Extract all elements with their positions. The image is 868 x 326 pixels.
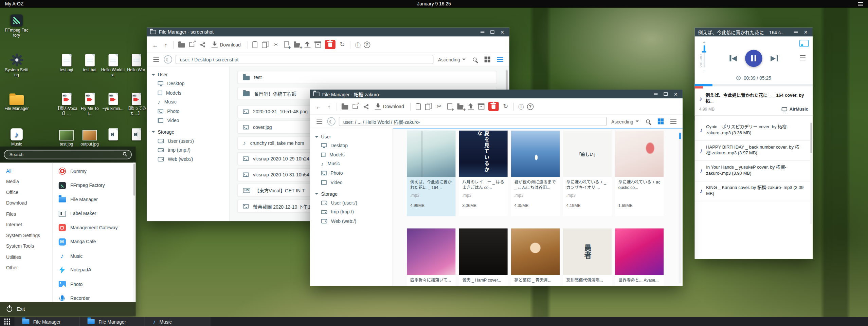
paste-button[interactable] <box>413 102 423 111</box>
file-row[interactable]: test <box>237 71 497 84</box>
desktop-file-hello-world-txt[interactable]: Hello World.txt <box>101 52 125 77</box>
scrollbar[interactable] <box>810 122 812 224</box>
file-card[interactable]: 君が夜の海に還るまで _ こんにちは谷田....mp34.35MB <box>511 131 560 216</box>
archive-button[interactable] <box>476 102 486 111</box>
taskbar-item-music[interactable]: Music <box>145 317 210 326</box>
help-button[interactable] <box>527 103 534 110</box>
maximize-button[interactable] <box>662 91 669 98</box>
sidebar-item-user-drive[interactable]: User (user:/) <box>310 198 393 208</box>
sidebar-item-photo[interactable]: Photo <box>147 107 229 116</box>
sidebar-toggle-button[interactable] <box>151 55 161 64</box>
path-input[interactable] <box>176 55 434 64</box>
app-item-recorder[interactable]: Recorder <box>53 291 136 302</box>
taskbar-item-file-manager-1[interactable]: File Manager <box>14 317 79 326</box>
playlist-item[interactable]: KING _ Kanaria cover. by 柘榴-zakuro-.mp3 … <box>695 181 813 202</box>
desktop-file-test-jpg[interactable]: test.jpg <box>54 126 79 147</box>
file-card[interactable]: 四季折々に揺蕩いて... <box>407 228 455 286</box>
sidebar-item-tmp-drive[interactable]: tmp (tmp:/) <box>147 146 229 155</box>
sidebar-item-music[interactable]: Music <box>147 97 229 107</box>
hamburger-icon[interactable] <box>858 2 863 6</box>
category-media[interactable]: Media <box>0 176 52 187</box>
desktop-icon-music[interactable]: Music <box>4 126 29 147</box>
close-button[interactable] <box>802 28 809 36</box>
share-button[interactable] <box>361 102 370 111</box>
info-button[interactable] <box>353 40 363 49</box>
sidebar-item-user-drive[interactable]: User (user:/) <box>147 136 229 146</box>
sidebar-item-web-drive[interactable]: Web (web:/) <box>310 216 393 226</box>
sidebar-section-user[interactable]: User <box>147 70 229 79</box>
seek-bar[interactable] <box>695 84 813 87</box>
upload-button[interactable] <box>303 40 312 49</box>
os-brand[interactable]: My ArOZ <box>5 1 24 6</box>
open-in-new-button[interactable] <box>187 40 197 49</box>
airplay-cast-button[interactable] <box>799 40 809 47</box>
download-button[interactable]: Download <box>208 38 244 51</box>
file-card[interactable]: 命に嫌われている + acoustic co...1.69MB <box>615 131 664 216</box>
category-system-settings[interactable]: System Settings <box>0 230 52 241</box>
category-other[interactable]: Other <box>0 262 52 273</box>
sidebar-section-storage[interactable]: Storage <box>310 190 393 198</box>
new-file-button[interactable] <box>445 102 454 111</box>
minimize-button[interactable] <box>479 28 486 36</box>
desktop-file-test-agi[interactable]: test.agi <box>54 52 79 72</box>
cut-button[interactable] <box>434 102 444 111</box>
sidebar-item-photo[interactable]: Photo <box>310 169 393 178</box>
volume-minus[interactable]: − <box>700 68 708 74</box>
desktop-file-video-2[interactable]: Fly Me To T... <box>77 91 102 116</box>
desktop-file-audio-2[interactable] <box>124 126 148 142</box>
share-button[interactable] <box>198 40 207 49</box>
sidebar-section-storage[interactable]: Storage <box>147 128 229 136</box>
new-file-button[interactable] <box>282 40 291 49</box>
refresh-button[interactable] <box>338 40 347 49</box>
close-button[interactable] <box>499 28 506 36</box>
back-button[interactable] <box>150 40 160 49</box>
sidebar-item-video[interactable]: Video <box>147 116 229 125</box>
next-track-button[interactable] <box>771 55 778 61</box>
category-download[interactable]: Download <box>0 198 52 209</box>
help-button[interactable] <box>364 41 370 48</box>
app-grid-button[interactable] <box>0 317 14 326</box>
open-in-new-button[interactable] <box>350 102 360 111</box>
list-view-button[interactable] <box>669 117 678 126</box>
volume-plus[interactable]: + <box>700 39 708 45</box>
file-card[interactable]: 曇天 _ HamP cover... <box>459 228 507 286</box>
grid-view-button[interactable] <box>483 55 492 64</box>
category-office[interactable]: Office <box>0 187 52 198</box>
path-input[interactable] <box>339 117 607 126</box>
desktop-file-hello-wor[interactable]: Hello Wor <box>124 52 148 72</box>
up-button[interactable] <box>324 102 334 111</box>
copy-button[interactable] <box>424 102 433 111</box>
category-all[interactable]: All <box>0 165 52 176</box>
window-titlebar[interactable]: File Manager - 柘榴-zakuro- <box>310 90 683 98</box>
sidebar-toggle-button[interactable] <box>314 117 324 126</box>
minimize-button[interactable] <box>652 91 659 98</box>
sidebar-item-desktop[interactable]: Desktop <box>310 141 393 150</box>
trash-button[interactable] <box>488 102 499 111</box>
refresh-button[interactable] <box>501 102 510 111</box>
app-item-photo[interactable]: Photo <box>53 277 136 291</box>
desktop-file-video-1[interactable]: 【東方Vocal】... <box>54 91 79 116</box>
sidebar-item-desktop[interactable]: Desktop <box>147 79 229 88</box>
copy-button[interactable] <box>260 40 270 49</box>
paste-button[interactable] <box>250 40 259 49</box>
pause-button[interactable] <box>745 50 762 67</box>
file-card[interactable]: 夢と葉桜 _ 青天月... <box>511 228 560 286</box>
file-card[interactable]: 愚者 忘却感傷代償演唱... <box>563 228 612 286</box>
desktop-icon-ffmpeg-factory[interactable]: FFmpeg Factory <box>4 12 29 38</box>
window-titlebar[interactable]: 例えば、今此処に置かれた花に _ 164 c... <box>695 28 813 37</box>
trash-button[interactable] <box>325 40 336 49</box>
download-button[interactable]: Download <box>372 100 408 113</box>
category-system-tools[interactable]: System Tools <box>0 241 52 252</box>
desktop-file-output-jpg[interactable]: output.jpg <box>77 126 102 147</box>
app-item-management-gateway[interactable]: Management Gateway <box>53 220 136 235</box>
sidebar-item-models[interactable]: Models <box>147 88 229 97</box>
open-button[interactable] <box>340 102 349 111</box>
app-item-label-maker[interactable]: Label Maker <box>53 207 136 221</box>
desktop-file-audio-1[interactable] <box>101 126 125 142</box>
dark-mode-toggle[interactable] <box>164 55 172 63</box>
playlist-item[interactable]: HAPPY BIRTHDAY _ back number cover. by 柘… <box>695 141 813 161</box>
playlist-toggle-button[interactable] <box>798 53 807 62</box>
output-device[interactable]: AirMusic <box>782 107 808 112</box>
open-button[interactable] <box>177 40 186 49</box>
desktop-file-video-4[interactable]: 【歌ってみた...】 <box>124 91 148 116</box>
